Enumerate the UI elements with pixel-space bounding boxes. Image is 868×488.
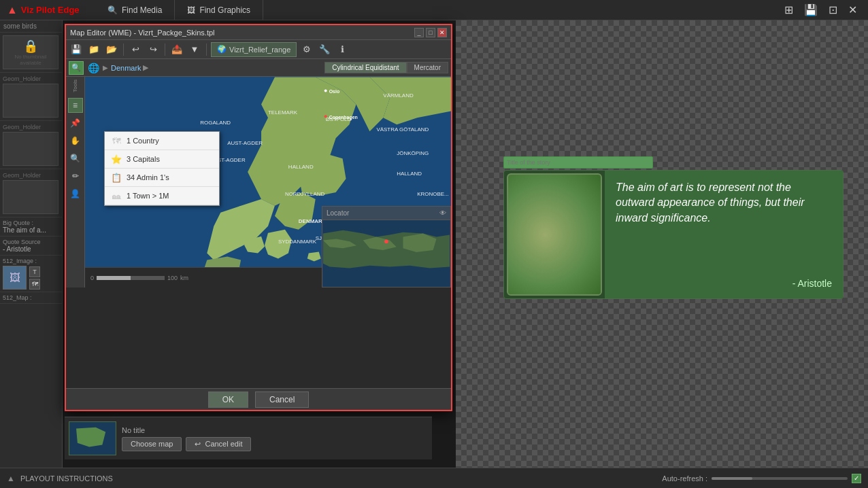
geom-holder-3-label: Geom_Holder [3, 172, 59, 179]
find-graphics-tab[interactable]: 🖼 Find Graphics [175, 0, 263, 20]
map-preview-thumb [69, 421, 116, 455]
map-name-button[interactable]: 🌍 Vizrt_Relief_range [211, 42, 297, 57]
projection-tabs: Cylindrical Equidistant Mercator [324, 62, 448, 73]
close-icon[interactable]: ✕ [846, 2, 860, 18]
nav-breadcrumb: Denmark ▶ [111, 63, 148, 72]
auto-refresh-checkbox[interactable]: ✓ [852, 474, 861, 483]
image-512-item: 512_Image : 🖼 T 🗺 [0, 256, 62, 292]
layer-item-town[interactable]: 🏘 1 Town > 1M [105, 187, 219, 205]
settings-btn[interactable]: ⚙ [299, 42, 314, 57]
pin-tool[interactable]: 📌 [68, 116, 83, 130]
svg-text:KRONOBE...: KRONOBE... [417, 191, 449, 197]
hand-tool[interactable]: ✋ [68, 133, 83, 148]
image-512-edit-btn[interactable]: T [29, 266, 40, 277]
nav-globe-btn[interactable]: 🌐 [86, 61, 100, 75]
quote-card: The aim of art is to represent not the o… [503, 170, 844, 299]
geom-holder-2: Geom_Holder [0, 121, 62, 169]
person-tool[interactable]: 👤 [68, 186, 83, 201]
save-toolbar-btn[interactable]: 💾 [69, 42, 84, 57]
svg-text:VÄRMLAND: VÄRMLAND [383, 92, 414, 99]
folder-btn[interactable]: 📁 [86, 42, 101, 57]
image-512-map-btn[interactable]: 🗺 [29, 279, 40, 290]
layer-admin-label: 34 Admin 1's [127, 173, 169, 181]
title-bar-story [503, 156, 844, 169]
redo-btn[interactable]: ↪ [146, 42, 161, 57]
svg-marker-45 [76, 428, 105, 447]
svg-point-33 [324, 90, 327, 92]
open-btn[interactable]: 📂 [104, 42, 119, 57]
tools-label: Tools [72, 80, 78, 92]
svg-text:AUST-AGDER: AUST-AGDER [227, 140, 263, 146]
locator-close-btn[interactable]: 👁 [439, 209, 446, 217]
layer-country-label: 1 Country [127, 137, 159, 145]
add-panel-icon[interactable]: ⊞ [782, 2, 796, 18]
quote-image [507, 173, 602, 296]
quote-text-area: The aim of art is to represent not the o… [605, 171, 843, 298]
cancel-edit-button[interactable]: ↩ Cancel edit [186, 437, 251, 451]
no-thumbnail-box: 🔒 No thumbnail available [3, 35, 59, 69]
scale-numbers: 0 [90, 275, 94, 281]
top-bar-right: ⊞ 💾 ⊡ ✕ [782, 2, 868, 18]
svg-text:NORDJYLLAND: NORDJYLLAND [285, 191, 325, 197]
breadcrumb-denmark[interactable]: Denmark [111, 64, 141, 72]
quote-author: - Aristotle [616, 278, 832, 289]
map-editor-controls: _ □ ✕ [414, 28, 447, 37]
cancel-button[interactable]: Cancel [255, 391, 309, 408]
choose-map-button[interactable]: Choose map [122, 437, 182, 451]
layer-item-capitals[interactable]: ⭐ 3 Capitals [105, 150, 219, 169]
auto-refresh-area: Auto-refresh : ✓ [662, 474, 861, 483]
svg-text:HALLAND: HALLAND [397, 171, 422, 177]
save-icon[interactable]: 💾 [801, 2, 820, 18]
ok-button[interactable]: OK [208, 391, 248, 408]
app-logo: ▲ Viz Pilot Edge [0, 4, 95, 16]
export-btn[interactable]: 📤 [169, 42, 184, 57]
geom-holder-1: Geom_Holder [0, 73, 62, 121]
layer-item-country[interactable]: 🗺 1 Country [105, 132, 219, 150]
story-title-input[interactable] [503, 156, 653, 169]
minimize-button[interactable]: _ [414, 28, 424, 37]
layer-country-icon: 🗺 [110, 135, 122, 147]
restore-button[interactable]: □ [426, 28, 435, 37]
nav-search-btn[interactable]: 🔍 [69, 61, 84, 75]
info-btn[interactable]: ℹ [335, 42, 350, 57]
geom-holder-2-label: Geom_Holder [3, 124, 59, 130]
map-globe-icon: 🌍 [217, 45, 227, 54]
proj-mercator-tab[interactable]: Mercator [407, 62, 448, 73]
layer-popup: 🗺 1 Country ⭐ 3 Capitals 📋 34 Admin 1's … [104, 131, 220, 206]
logo-icon: ▲ [7, 4, 18, 16]
map-editor-titlebar: Map Editor (WME) - Vizrt_Packge_Skins.tp… [66, 25, 451, 40]
map-thumb-svg [69, 422, 116, 455]
bottom-bar: ▲ PLAYOUT INSTRUCTIONS Auto-refresh : ✓ [0, 468, 868, 488]
export-arrow-btn[interactable]: ▼ [187, 42, 202, 57]
locator-svg [322, 220, 450, 287]
draw-tool[interactable]: ✏ [68, 169, 83, 184]
scale-seg-dark [97, 276, 131, 280]
zoom-tool[interactable]: 🔍 [68, 151, 83, 166]
undo-btn[interactable]: ↩ [128, 42, 143, 57]
find-media-tab[interactable]: 🔍 Find Media [95, 0, 175, 20]
quote-image-inner [508, 175, 601, 294]
layer-admin-icon: 📋 [110, 171, 122, 184]
nav-arrow: ▶ [103, 64, 108, 71]
proj-cylindrical-tab[interactable]: Cylindrical Equidistant [324, 62, 406, 73]
layer-capitals-label: 3 Capitals [127, 155, 160, 163]
geom-holder-1-label: Geom_Holder [3, 75, 59, 82]
close-button[interactable]: ✕ [437, 28, 447, 37]
map-512-section: No title Choose map ↩ Cancel edit [65, 417, 432, 459]
map-toolbar: 💾 📁 📂 ↩ ↪ 📤 ▼ 🌍 Vizrt_Relief_range ⚙ 🔧 ℹ [66, 40, 451, 59]
locator-panel: Locator 👁 [322, 206, 451, 287]
map-editor-window: Map Editor (WME) - Vizrt_Packge_Skins.tp… [65, 24, 452, 411]
app-title: Viz Pilot Edge [21, 5, 80, 15]
layer-item-admin[interactable]: 📋 34 Admin 1's [105, 169, 219, 187]
image-512-label: 512_Image : [3, 258, 59, 264]
map-512-controls: No title Choose map ↩ Cancel edit [122, 426, 251, 451]
refresh-slider[interactable] [712, 477, 848, 480]
wrench-btn[interactable]: 🔧 [317, 42, 332, 57]
layers-tool[interactable]: ≡ [68, 98, 83, 113]
big-quote-value: The aim of a... [3, 226, 59, 234]
expand-icon[interactable]: ⊡ [826, 2, 840, 18]
top-tabs: 🔍 Find Media 🖼 Find Graphics [95, 0, 263, 20]
left-sidebar: some birds 🔒 No thumbnail available Geom… [0, 20, 63, 468]
image-512-thumb: 🖼 [3, 266, 27, 290]
map-canvas[interactable]: ROGALAND AUST-AGDER VEST-AGDER TELEMARK … [85, 77, 451, 287]
